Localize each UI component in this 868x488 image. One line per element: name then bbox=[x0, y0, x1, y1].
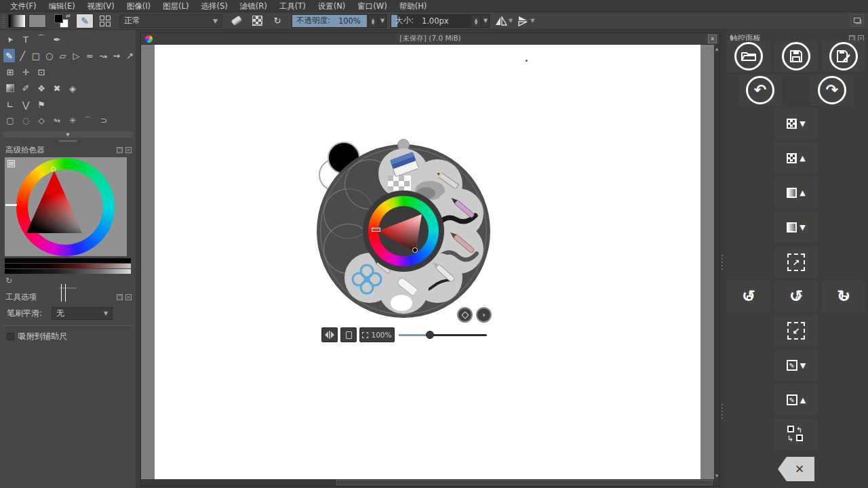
zoom-to-100-button[interactable]: ↙ bbox=[774, 315, 818, 346]
zoom-100-button[interactable]: 100% bbox=[359, 327, 395, 342]
gradient-tool[interactable] bbox=[3, 81, 17, 95]
scrollbar-thumb[interactable] bbox=[336, 480, 713, 485]
freehand-brush-tool[interactable]: ✎ bbox=[3, 49, 15, 62]
choose-workspace-button[interactable] bbox=[850, 14, 864, 26]
rectangle-tool[interactable]: □ bbox=[31, 49, 42, 62]
redo-button[interactable]: ↷ bbox=[810, 75, 854, 106]
color-sampler-tool[interactable]: ✐ bbox=[19, 81, 33, 95]
dynamic-brush-tool[interactable]: ⇝ bbox=[111, 49, 122, 62]
elliptical-selection-tool[interactable]: ◌ bbox=[19, 114, 33, 127]
advanced-color-selector[interactable] bbox=[5, 157, 127, 256]
shade-bar-2[interactable] bbox=[5, 264, 131, 268]
polygon-tool[interactable]: ▱ bbox=[57, 49, 68, 62]
size-spin-arrows[interactable]: ▲▼ bbox=[471, 14, 481, 28]
save-as-button[interactable] bbox=[822, 41, 865, 72]
polyline-tool[interactable]: ▷ bbox=[71, 49, 82, 62]
fill-tool[interactable]: ◈ bbox=[66, 81, 79, 95]
zoom-slider[interactable] bbox=[399, 333, 487, 337]
mirror-vertical-button[interactable]: ▼ bbox=[518, 16, 534, 26]
save-button[interactable] bbox=[774, 41, 818, 72]
toolbox-scroll-button[interactable]: ▼ bbox=[3, 131, 133, 138]
vertical-scrollbar[interactable]: ▲ ▼ bbox=[714, 45, 719, 479]
selector-settings-icon[interactable] bbox=[7, 160, 15, 167]
open-file-button[interactable] bbox=[727, 41, 770, 72]
horizontal-scrollbar[interactable] bbox=[141, 479, 714, 486]
reload-preset-button[interactable]: ↻ bbox=[269, 14, 286, 28]
menu-edit[interactable]: 编辑(E) bbox=[43, 0, 81, 12]
menu-help[interactable]: 帮助(H) bbox=[393, 0, 433, 12]
popup-hue-ring[interactable] bbox=[368, 196, 439, 266]
refresh-shades-icon[interactable]: ↻ bbox=[5, 276, 15, 285]
mirror-view-button[interactable] bbox=[321, 327, 338, 342]
snap-to-assistants-checkbox[interactable] bbox=[7, 333, 14, 340]
size-slider[interactable]: 大小: 1.00px bbox=[391, 14, 471, 28]
increase-opacity-button[interactable]: ▲ bbox=[774, 142, 818, 174]
menu-view[interactable]: 视图(V) bbox=[81, 0, 121, 12]
smart-patch-tool[interactable]: ✖ bbox=[50, 81, 64, 95]
polygonal-selection-tool[interactable]: ◇ bbox=[35, 114, 48, 127]
move-tool[interactable]: ✛ bbox=[19, 65, 33, 79]
blend-mode-combo[interactable]: 正常 ▼ bbox=[119, 14, 222, 28]
tag-button[interactable] bbox=[457, 307, 473, 323]
undo-button[interactable]: ↶ bbox=[738, 75, 782, 106]
shade-bar-1[interactable] bbox=[5, 258, 131, 263]
popup-palette[interactable] bbox=[317, 144, 490, 318]
bezier-curve-tool[interactable]: ≈ bbox=[84, 49, 96, 62]
rotate-counterclockwise-button[interactable]: ↺ bbox=[727, 281, 770, 312]
similar-color-selection-tool[interactable]: ✳ bbox=[66, 114, 79, 127]
rectangular-selection-tool[interactable]: ▢ bbox=[3, 114, 17, 127]
increase-brush-size-button[interactable]: ✎▲ bbox=[774, 384, 818, 415]
toolbar-drag-handle[interactable] bbox=[1, 14, 5, 28]
line-tool[interactable]: ╱ bbox=[17, 49, 28, 62]
crop-tool[interactable]: ⊡ bbox=[35, 65, 48, 79]
choose-brush-preset-button[interactable] bbox=[96, 14, 114, 28]
shade-bar-3[interactable] bbox=[5, 269, 131, 274]
next-presets-button[interactable]: › bbox=[476, 307, 492, 323]
multibrush-tool[interactable]: ↗ bbox=[124, 49, 136, 62]
gradient-swatch[interactable] bbox=[8, 14, 26, 28]
increase-lightness-button[interactable]: ▲ bbox=[774, 177, 818, 208]
canvas-title-bar[interactable]: [未保存] (7.0 MiB) ✕ bbox=[141, 33, 719, 45]
calligraphy-tool[interactable]: ✒ bbox=[50, 33, 64, 46]
ellipse-tool[interactable]: ○ bbox=[43, 49, 55, 62]
freehand-selection-tool[interactable]: ↬ bbox=[50, 114, 64, 127]
menu-layer[interactable]: 图层(L) bbox=[157, 0, 195, 12]
magnetic-selection-tool[interactable]: ⊃ bbox=[97, 114, 111, 127]
decrease-brush-size-button[interactable]: ✎▼ bbox=[774, 350, 818, 381]
float-docker-icon[interactable]: ❐ bbox=[117, 294, 123, 300]
menu-window[interactable]: 窗口(W) bbox=[351, 0, 393, 12]
colorize-mask-tool[interactable]: ❖ bbox=[35, 81, 48, 95]
opacity-spin-arrows[interactable]: ▲▼ bbox=[368, 14, 378, 28]
reference-images-tool[interactable]: ⚑ bbox=[35, 98, 48, 111]
bezier-selection-tool[interactable]: ⌒ bbox=[81, 114, 95, 127]
close-document-button[interactable]: ✕ bbox=[708, 35, 717, 43]
close-docker-icon[interactable]: ✕ bbox=[125, 147, 132, 153]
reset-rotation-button[interactable]: ↺o° bbox=[774, 281, 818, 312]
menu-image[interactable]: 图像(I) bbox=[121, 0, 157, 12]
opacity-slider[interactable]: 不透明度: 100% bbox=[292, 14, 368, 28]
scroll-up-icon[interactable]: ▲ bbox=[714, 46, 719, 51]
mirror-horizontal-button[interactable]: ▼ bbox=[495, 16, 513, 26]
swap-colors-button[interactable]: ↰↳ bbox=[774, 419, 818, 450]
menu-settings[interactable]: 设置(N) bbox=[312, 0, 352, 12]
foreground-background-colors[interactable]: ⇄ bbox=[53, 14, 71, 28]
smoothing-combo[interactable]: 无 ▼ bbox=[52, 307, 113, 320]
canvas-only-button[interactable] bbox=[340, 327, 357, 342]
assistants-tool[interactable]: ⋁ bbox=[19, 98, 33, 111]
float-docker-icon[interactable]: ❐ bbox=[117, 147, 123, 153]
menu-tools[interactable]: 工具(T) bbox=[273, 0, 312, 12]
menu-file[interactable]: 文件(F) bbox=[4, 0, 43, 12]
decrease-lightness-button[interactable]: ▼ bbox=[774, 211, 818, 243]
freehand-path-tool[interactable]: ↝ bbox=[98, 49, 109, 62]
size-dropdown[interactable]: ▼ bbox=[481, 14, 490, 28]
select-shapes-tool[interactable]: ➤ bbox=[3, 33, 17, 46]
opacity-dropdown[interactable]: ▼ bbox=[378, 14, 387, 28]
edit-shapes-tool[interactable]: ⌒ bbox=[35, 33, 48, 46]
pattern-swatch[interactable] bbox=[28, 14, 46, 28]
scroll-down-icon[interactable]: ▼ bbox=[714, 473, 719, 478]
decrease-opacity-button[interactable]: ▼ bbox=[774, 108, 818, 139]
close-docker-icon[interactable]: ✕ bbox=[125, 294, 132, 300]
rotate-clockwise-button[interactable]: ↻ bbox=[822, 281, 865, 312]
preserve-alpha-button[interactable] bbox=[248, 14, 266, 28]
text-tool[interactable]: T bbox=[19, 33, 33, 46]
